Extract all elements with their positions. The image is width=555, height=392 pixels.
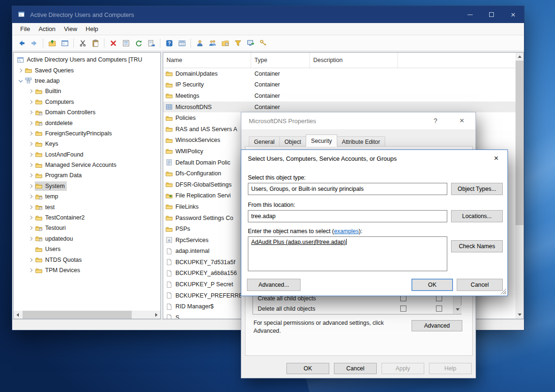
export-list-icon[interactable] [145, 37, 158, 49]
tree-item-lostandfound[interactable]: LostAndFound [14, 149, 160, 160]
create-new-ou-icon[interactable] [219, 37, 231, 49]
tab-object[interactable]: Object [279, 136, 307, 147]
show-console-tree-icon[interactable] [58, 37, 71, 49]
forward-icon[interactable] [28, 37, 40, 49]
expand-arrow-icon[interactable] [27, 151, 35, 158]
cancel-button[interactable]: Cancel [457, 279, 503, 291]
deny-checkbox[interactable] [436, 306, 442, 312]
back-icon[interactable] [15, 37, 28, 49]
expand-arrow-icon[interactable] [27, 98, 35, 106]
dialog-titlebar[interactable]: MicrosoftDNS Properties ? × [241, 112, 476, 129]
ok-button[interactable]: OK [286, 363, 329, 374]
tree-item-saved-queries[interactable]: Saved Queries [14, 65, 160, 75]
expand-arrow-icon[interactable] [27, 235, 35, 243]
object-names-input[interactable]: AdAudit Plus (adap.user@tree.adap) [248, 236, 447, 271]
tree-item-managed-service-accounts[interactable]: Managed Service Accounts [14, 160, 160, 170]
advanced-button[interactable]: Advanced [412, 320, 462, 331]
dialog-close-button[interactable]: × [454, 114, 470, 127]
filter-options-icon[interactable] [231, 37, 244, 49]
collapse-arrow-icon[interactable] [16, 77, 24, 85]
dialog-titlebar[interactable]: Select Users, Computers, Service Account… [241, 150, 507, 167]
tab-general[interactable]: General [249, 136, 280, 147]
object-types-button[interactable]: Object Types... [451, 183, 503, 195]
column-header-name[interactable]: Name [163, 53, 251, 68]
tree-item-test[interactable]: test [14, 202, 160, 212]
scroll-down-button[interactable] [515, 311, 523, 319]
column-header-type[interactable]: Type [251, 53, 310, 68]
tree-item-updatedou[interactable]: updatedou [14, 234, 160, 244]
tree-item-program-data[interactable]: Program Data [14, 170, 160, 180]
menu-file[interactable]: File [16, 23, 34, 35]
tree-item-testouri[interactable]: Testouri [14, 223, 160, 233]
tree-item-active-directory-users-and-computers-tru[interactable]: Active Directory Users and Computers [TR… [14, 55, 160, 65]
tree-item-temp[interactable]: temp [14, 191, 160, 202]
view-table-icon[interactable] [175, 37, 188, 49]
expand-arrow-icon[interactable] [27, 182, 35, 190]
expand-arrow-icon[interactable] [27, 214, 35, 221]
locations-button[interactable]: Locations... [451, 210, 503, 222]
ok-button[interactable]: OK [412, 279, 453, 291]
location-field[interactable]: tree.adap [248, 210, 447, 222]
expand-arrow-icon[interactable] [27, 119, 35, 127]
expand-arrow-icon[interactable] [27, 172, 35, 179]
create-new-user-icon[interactable] [193, 37, 206, 49]
tree-item-builtin[interactable]: Builtin [14, 86, 160, 96]
allow-checkbox[interactable] [400, 306, 406, 312]
help-button[interactable]: Help [429, 363, 472, 374]
tree-item-system[interactable]: System [14, 181, 160, 191]
paste-icon[interactable] [89, 37, 102, 49]
dialog-close-button[interactable]: × [488, 152, 505, 165]
tree-horizontal-scrollbar[interactable] [14, 311, 160, 319]
expand-arrow-icon[interactable] [27, 130, 35, 137]
tree-item-computers[interactable]: Computers [14, 97, 160, 107]
tree-item-tree-adap[interactable]: tree.adap [14, 76, 160, 86]
expand-arrow-icon[interactable] [27, 109, 35, 116]
list-row-ip-security[interactable]: IP SecurityContainer [163, 79, 515, 91]
scrollbar-thumb[interactable] [23, 311, 132, 319]
tree-item-tpm-devices[interactable]: TPM Devices [14, 265, 160, 275]
maximize-button[interactable] [481, 6, 502, 23]
help-icon[interactable]: ? [163, 37, 175, 49]
window-titlebar[interactable]: Active Directory Users and Computers × [12, 6, 524, 23]
properties-icon[interactable] [119, 37, 132, 49]
expand-arrow-icon[interactable] [27, 224, 35, 232]
scroll-down-button[interactable] [453, 306, 461, 314]
check-names-button[interactable]: Check Names [451, 240, 503, 252]
scroll-right-button[interactable] [152, 311, 160, 319]
scroll-up-button[interactable] [515, 53, 523, 61]
menu-action[interactable]: Action [34, 23, 60, 35]
cancel-button[interactable]: Cancel [334, 363, 377, 374]
expand-arrow-icon[interactable] [27, 161, 35, 169]
expand-arrow-icon[interactable] [27, 87, 35, 95]
special-permissions-icon[interactable] [257, 37, 270, 49]
list-vertical-scrollbar[interactable] [515, 53, 523, 319]
expand-arrow-icon[interactable] [16, 67, 24, 74]
list-row-domainupdates[interactable]: DomainUpdatesContainer [163, 68, 515, 79]
tree-item-domain-controllers[interactable]: Domain Controllers [14, 107, 160, 118]
object-type-field[interactable]: Users, Groups, or Built-in security prin… [248, 183, 447, 195]
expand-arrow-icon[interactable] [27, 193, 35, 200]
expand-arrow-icon[interactable] [27, 256, 35, 264]
column-header-description[interactable]: Description [310, 53, 398, 68]
delete-icon[interactable] [107, 37, 119, 49]
permission-row-delete-all-child-objects[interactable]: Delete all child objects [253, 304, 452, 314]
tab-security[interactable]: Security [306, 134, 337, 147]
scrollbar-thumb[interactable] [515, 61, 523, 225]
tree-item-ntds-quotas[interactable]: NTDS Quotas [14, 254, 160, 265]
advanced-button[interactable]: Advanced... [247, 279, 301, 291]
tree-item-dontdelete[interactable]: dontdelete [14, 118, 160, 128]
minimize-button[interactable] [459, 6, 481, 23]
close-button[interactable]: × [502, 6, 524, 23]
tree-item-keys[interactable]: Keys [14, 139, 160, 149]
list-row-microsoftdns[interactable]: MicrosoftDNSContainer [163, 102, 515, 113]
list-row-meetings[interactable]: MeetingsContainer [163, 90, 515, 102]
expand-arrow-icon[interactable] [27, 140, 35, 148]
refresh-icon[interactable] [132, 37, 145, 49]
tree-item-foreignsecurityprincipals[interactable]: ForeignSecurityPrincipals [14, 128, 160, 139]
expand-arrow-icon[interactable] [27, 204, 35, 211]
tab-attribute-editor[interactable]: Attribute Editor [337, 136, 385, 147]
scroll-left-button[interactable] [14, 311, 22, 319]
set-filter-icon[interactable] [244, 37, 257, 49]
tree-item-users[interactable]: Users [14, 244, 160, 254]
create-new-group-icon[interactable] [206, 37, 219, 49]
